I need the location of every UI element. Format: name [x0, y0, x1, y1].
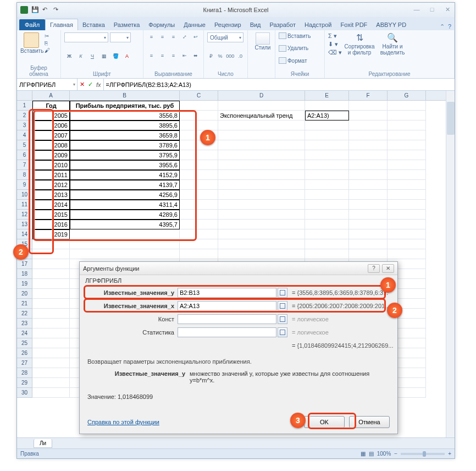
- cell[interactable]: [388, 220, 426, 229]
- row-header[interactable]: 11: [17, 200, 32, 210]
- tab-home[interactable]: Главная: [45, 19, 78, 30]
- cell[interactable]: [388, 160, 426, 170]
- cancel-formula-icon[interactable]: ✕: [80, 81, 85, 88]
- cell[interactable]: [70, 249, 180, 259]
- cell[interactable]: [32, 378, 70, 388]
- cell[interactable]: [388, 239, 426, 249]
- fontsize-combo[interactable]: [110, 32, 131, 42]
- vertical-scrollbar[interactable]: [446, 91, 455, 437]
- cell[interactable]: [305, 170, 349, 180]
- cell-profit[interactable]: 3955,6: [70, 160, 180, 170]
- row-header[interactable]: 5: [17, 140, 32, 150]
- row-header[interactable]: 20: [17, 289, 32, 299]
- zoom-out-icon[interactable]: −: [394, 451, 397, 457]
- cell[interactable]: [180, 249, 218, 259]
- cell-profit[interactable]: 3795,9: [70, 150, 180, 160]
- minimize-ribbon-icon[interactable]: ⌃: [440, 23, 445, 30]
- cell-year[interactable]: 2016: [32, 220, 70, 229]
- save-icon[interactable]: 💾: [31, 6, 39, 14]
- cell[interactable]: [305, 249, 349, 259]
- fill-icon[interactable]: 🪣: [110, 52, 120, 61]
- cell[interactable]: [388, 121, 426, 130]
- cell[interactable]: [388, 190, 426, 200]
- row-header[interactable]: 6: [17, 150, 32, 160]
- cell[interactable]: [180, 190, 218, 200]
- currency-icon[interactable]: ₽: [207, 52, 215, 61]
- cell-year[interactable]: 2010: [32, 160, 70, 170]
- row-header[interactable]: 10: [17, 190, 32, 200]
- cell[interactable]: [32, 279, 70, 289]
- cell[interactable]: [32, 239, 70, 249]
- paste-button[interactable]: Вставить: [20, 32, 42, 54]
- clear-icon[interactable]: ⌫ ▾: [328, 49, 342, 56]
- dialog-help-icon[interactable]: ?: [368, 264, 380, 273]
- cell[interactable]: [218, 249, 305, 259]
- cell-b1[interactable]: Прибыль предприятия, тыс. руб: [70, 101, 180, 111]
- cell[interactable]: [180, 170, 218, 180]
- cell[interactable]: [32, 249, 70, 259]
- cell[interactable]: [388, 170, 426, 180]
- cell-d[interactable]: [218, 130, 305, 140]
- tab-formulas[interactable]: Формулы: [144, 19, 179, 30]
- row-header[interactable]: 16: [17, 249, 32, 259]
- zoom-slider[interactable]: [401, 453, 445, 455]
- sheet-tab-1[interactable]: Ли: [34, 439, 52, 448]
- cell[interactable]: [180, 150, 218, 160]
- copy-icon[interactable]: ⎘: [45, 40, 50, 46]
- view-normal-icon[interactable]: ▦: [361, 451, 366, 457]
- arg-y-input[interactable]: [178, 288, 276, 298]
- row-header[interactable]: 7: [17, 160, 32, 170]
- row-header[interactable]: 2: [17, 111, 32, 121]
- cell[interactable]: [32, 299, 70, 309]
- cell[interactable]: [305, 190, 349, 200]
- row-header[interactable]: 26: [17, 348, 32, 358]
- col-header-a[interactable]: A: [32, 91, 70, 100]
- cell[interactable]: [388, 140, 426, 150]
- row-header[interactable]: 29: [17, 378, 32, 388]
- fontcolor-icon[interactable]: A: [122, 52, 132, 61]
- numberformat-combo[interactable]: Общий: [207, 32, 243, 42]
- cell[interactable]: [349, 130, 388, 140]
- arg-stat-range-button[interactable]: [278, 327, 287, 337]
- cell[interactable]: [180, 229, 218, 239]
- cell[interactable]: [349, 140, 388, 150]
- cell-year[interactable]: 2014: [32, 200, 70, 210]
- cell[interactable]: [388, 101, 426, 111]
- row-header[interactable]: 27: [17, 358, 32, 368]
- arg-const-input[interactable]: [178, 314, 276, 324]
- cell[interactable]: [388, 150, 426, 160]
- cell-d[interactable]: [218, 190, 305, 200]
- formula-input[interactable]: =ЛГРФПРИБЛ(B2:B13;A2:A13): [104, 79, 455, 90]
- tab-insert[interactable]: Вставка: [78, 19, 109, 30]
- cell[interactable]: [180, 220, 218, 229]
- name-box[interactable]: ЛГРФПРИБЛ: [17, 79, 78, 90]
- cell[interactable]: [305, 229, 349, 239]
- cell[interactable]: [32, 368, 70, 378]
- row-header[interactable]: 14: [17, 229, 32, 239]
- inc-dec-icon[interactable]: .0: [236, 52, 244, 61]
- arg-x-input[interactable]: [178, 301, 276, 311]
- tab-file[interactable]: Файл: [19, 19, 45, 30]
- cell[interactable]: [180, 111, 218, 121]
- row-header[interactable]: 30: [17, 388, 32, 398]
- cell[interactable]: [218, 229, 305, 239]
- cell[interactable]: [349, 180, 388, 190]
- arg-x-range-button[interactable]: [278, 301, 287, 311]
- cell[interactable]: [180, 140, 218, 150]
- merge-icon[interactable]: ⬌: [191, 51, 200, 60]
- cell[interactable]: [32, 328, 70, 338]
- row-header[interactable]: 23: [17, 319, 32, 328]
- cell[interactable]: [349, 121, 388, 130]
- cell[interactable]: [218, 101, 305, 111]
- align-center-icon[interactable]: ≡: [158, 51, 167, 60]
- cell[interactable]: [388, 210, 426, 220]
- help-link[interactable]: Справка по этой функции: [87, 419, 159, 425]
- cell-profit[interactable]: 4289,6: [70, 210, 180, 220]
- fx-icon[interactable]: fx: [96, 81, 101, 88]
- cell-d[interactable]: [218, 160, 305, 170]
- cell[interactable]: [305, 130, 349, 140]
- cell-d[interactable]: [218, 200, 305, 210]
- cell[interactable]: [388, 229, 426, 239]
- cell[interactable]: [32, 309, 70, 319]
- cell-year[interactable]: 2012: [32, 180, 70, 190]
